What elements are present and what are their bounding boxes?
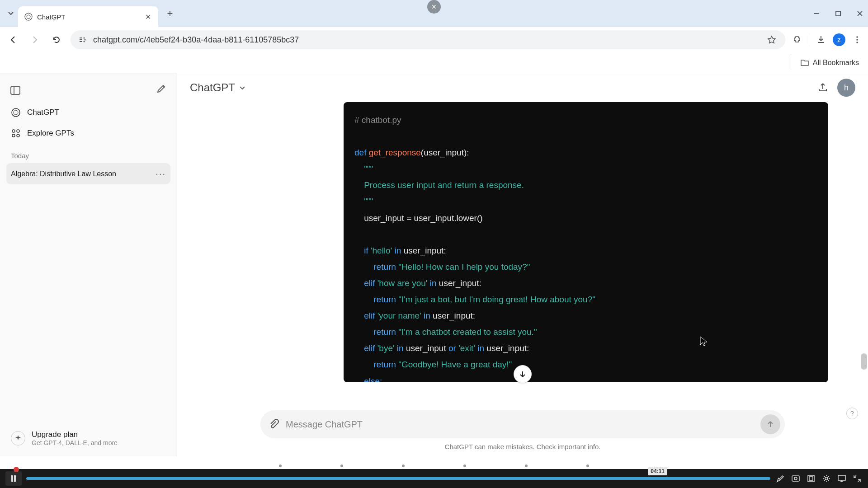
page-scrollbar[interactable] <box>860 73 868 456</box>
downloads-icon[interactable] <box>816 34 826 45</box>
settings-icon[interactable] <box>821 473 832 484</box>
upgrade-plan-button[interactable]: Upgrade plan Get GPT-4, DALL·E, and more <box>6 426 170 451</box>
highlight-icon[interactable] <box>806 473 816 484</box>
tab-close-button[interactable]: ✕ <box>144 13 152 21</box>
svg-point-9 <box>856 36 858 38</box>
share-button[interactable] <box>817 82 828 93</box>
new-tab-button[interactable]: + <box>163 6 177 21</box>
back-button[interactable] <box>5 32 21 47</box>
message-input[interactable] <box>286 419 754 430</box>
chatgpt-favicon-icon <box>24 13 33 21</box>
code-line: elif 'your name' in user_input: <box>354 308 817 324</box>
progress-bar[interactable]: 04:11 <box>26 477 770 480</box>
chat-title: Algebra: Distributive Law Lesson <box>11 170 116 178</box>
folder-icon <box>800 59 809 67</box>
reload-button[interactable] <box>49 32 64 47</box>
code-line: elif 'bye' in user_input or 'exit' in us… <box>354 340 817 357</box>
attach-file-button[interactable] <box>269 419 279 430</box>
code-block[interactable]: # chatbot.py def get_response(user_input… <box>344 102 828 382</box>
main-content: ChatGPT h # chatbot.py def get_response(… <box>177 73 868 456</box>
upgrade-subtitle: Get GPT-4, DALL·E, and more <box>32 439 118 446</box>
model-label: ChatGPT <box>190 81 235 94</box>
browser-menu-icon[interactable] <box>852 34 863 45</box>
tab-title: ChatGPT <box>37 13 139 21</box>
screenshot-icon[interactable] <box>790 473 801 484</box>
svg-point-10 <box>856 39 858 41</box>
composer-area: ChatGPT can make mistakes. Check importa… <box>177 407 868 456</box>
code-line: return "I'm a chatbot created to assist … <box>354 324 817 340</box>
sidebar-item-label: ChatGPT <box>27 108 59 117</box>
svg-rect-3 <box>80 38 82 38</box>
chat-item-more-button[interactable]: ··· <box>156 169 166 179</box>
record-indicator-icon <box>14 467 19 472</box>
draw-tool-icon[interactable] <box>775 473 786 484</box>
svg-rect-19 <box>11 475 13 482</box>
code-line: def get_response(user_input): <box>354 145 817 161</box>
svg-rect-5 <box>80 41 82 42</box>
sidebar-chat-item[interactable]: Algebra: Distributive Law Lesson ··· <box>6 163 170 184</box>
svg-point-18 <box>17 134 19 137</box>
disclaimer-text: ChatGPT can make mistakes. Check importa… <box>445 443 601 450</box>
svg-rect-21 <box>792 476 799 481</box>
site-settings-icon[interactable] <box>79 36 87 44</box>
new-chat-button[interactable] <box>152 81 170 99</box>
svg-rect-20 <box>14 475 16 482</box>
minimize-bar-icon[interactable] <box>852 473 863 484</box>
code-line <box>354 226 817 243</box>
sidebar-section-today: Today <box>6 144 170 163</box>
code-line: return "Goodbye! Have a great day!" <box>354 357 817 373</box>
user-avatar[interactable]: h <box>837 79 855 97</box>
taskbar-shadow <box>0 456 868 469</box>
svg-point-25 <box>825 477 828 480</box>
svg-rect-12 <box>11 86 20 94</box>
chatgpt-app: ChatGPT Explore GPTs Today Algebra: Dist… <box>0 73 868 456</box>
browser-tab-strip: ChatGPT ✕ + ✕ <box>0 0 868 27</box>
url-text: chatgpt.com/c/4eb5ef24-b30a-4daa-b811-61… <box>93 35 760 45</box>
code-line: else: <box>354 373 817 383</box>
window-maximize-button[interactable] <box>834 9 843 18</box>
help-button[interactable]: ? <box>846 408 858 419</box>
svg-point-6 <box>84 38 85 39</box>
code-line: """ <box>354 193 817 210</box>
svg-point-17 <box>12 134 15 137</box>
svg-point-15 <box>12 130 15 132</box>
svg-point-11 <box>856 42 858 43</box>
window-minimize-button[interactable] <box>812 9 821 18</box>
svg-point-8 <box>84 41 85 42</box>
top-center-close-bubble[interactable]: ✕ <box>427 0 441 14</box>
svg-rect-24 <box>809 477 813 480</box>
code-line: elif 'how are you' in user_input: <box>354 275 817 291</box>
browser-tab[interactable]: ChatGPT ✕ <box>18 6 158 27</box>
window-close-button[interactable] <box>855 9 864 18</box>
extensions-icon[interactable] <box>792 34 802 45</box>
sidebar-item-explore[interactable]: Explore GPTs <box>6 123 170 144</box>
profile-avatar[interactable]: z <box>833 33 845 46</box>
pause-button[interactable] <box>5 471 22 486</box>
sidebar-item-chatgpt[interactable]: ChatGPT <box>6 102 170 123</box>
url-field[interactable]: chatgpt.com/c/4eb5ef24-b30a-4daa-b811-61… <box>71 30 785 49</box>
sparkle-icon <box>11 431 25 446</box>
scroll-to-bottom-button[interactable] <box>514 365 532 383</box>
bookmark-star-icon[interactable] <box>766 34 777 45</box>
code-line: # chatbot.py <box>354 112 817 128</box>
scrollbar-thumb[interactable] <box>861 353 867 370</box>
grid-icon <box>11 128 21 138</box>
code-line: Process user input and return a response… <box>354 177 817 193</box>
chat-messages: # chatbot.py def get_response(user_input… <box>177 102 868 407</box>
all-bookmarks-button[interactable]: All Bookmarks <box>791 56 859 69</box>
tab-search-dropdown[interactable] <box>4 6 18 21</box>
code-line: if 'hello' in user_input: <box>354 243 817 259</box>
svg-point-0 <box>25 13 32 20</box>
all-bookmarks-label: All Bookmarks <box>813 59 859 67</box>
code-line: return "I'm just a bot, but I'm doing gr… <box>354 291 817 308</box>
upgrade-title: Upgrade plan <box>32 430 118 439</box>
svg-rect-2 <box>836 11 840 16</box>
monitor-icon[interactable] <box>836 473 847 484</box>
model-picker[interactable]: ChatGPT <box>190 81 246 94</box>
svg-rect-4 <box>80 39 82 40</box>
code-line: """ <box>354 161 817 177</box>
collapse-sidebar-button[interactable] <box>6 81 24 99</box>
send-button[interactable] <box>760 414 780 434</box>
svg-rect-26 <box>838 475 845 480</box>
forward-button[interactable] <box>27 32 42 47</box>
